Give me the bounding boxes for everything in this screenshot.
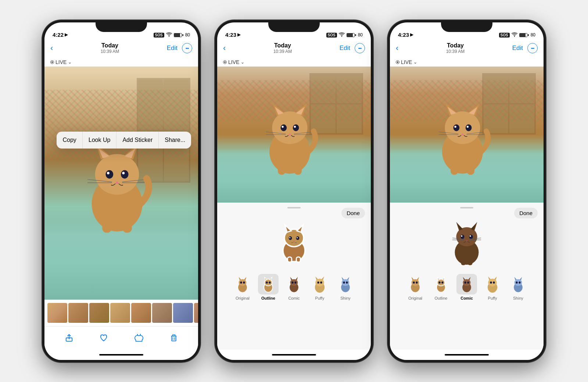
time-display-3: 4:23 ▶ [398, 32, 413, 38]
svg-point-22 [272, 111, 307, 144]
svg-point-86 [466, 124, 472, 131]
svg-marker-116 [417, 277, 419, 280]
sticker-option-puffy-3[interactable]: Puffy [482, 274, 503, 300]
svg-point-74 [341, 279, 349, 286]
done-button-3[interactable]: Done [514, 208, 538, 218]
back-button-1[interactable]: ‹ [50, 43, 53, 53]
svg-point-68 [315, 278, 324, 286]
edit-button-1[interactable]: Edit [167, 44, 178, 52]
wifi-icon-1 [166, 32, 172, 38]
svg-point-66 [294, 281, 296, 283]
sticker-options-2: Original [232, 271, 356, 302]
sticker-option-outline-3[interactable]: Outline [431, 274, 451, 300]
sticker-option-comic-2[interactable]: Comic [284, 274, 304, 300]
nav-bar-3: ‹ Today 10:39 AM Edit ••• [390, 40, 544, 56]
cat-image-2 [248, 94, 332, 175]
thumb-6[interactable] [152, 303, 172, 323]
thumb-8[interactable] [194, 303, 198, 323]
share-button-1[interactable] [65, 334, 73, 342]
sticker-preview-3 [447, 212, 487, 271]
svg-marker-75 [341, 277, 344, 280]
svg-point-102 [460, 235, 464, 239]
edit-button-3[interactable]: Edit [512, 44, 523, 52]
nav-title-3: Today 10:39 AM [446, 42, 465, 54]
trash-button-1[interactable] [170, 334, 178, 342]
nav-actions-1: Edit ••• [167, 43, 192, 53]
nav-bar-1: ‹ Today 10:39 AM Edit ••• [44, 40, 198, 56]
svg-point-27 [281, 124, 287, 131]
svg-rect-112 [468, 259, 473, 265]
context-share[interactable]: Share... [159, 132, 191, 149]
time-display-1: 4:22 ▶ [53, 32, 68, 38]
sticker-option-shiny-3[interactable]: Shiny [508, 274, 528, 300]
sticker-option-original-3[interactable]: Original [405, 274, 426, 300]
sticker-option-shiny-2[interactable]: Shiny [335, 274, 356, 300]
photo-area-2[interactable] [217, 67, 371, 203]
sticker-option-puffy-2[interactable]: Puffy [309, 274, 330, 300]
photo-area-1[interactable]: Copy Look Up Add Sticker Share... [44, 67, 198, 300]
room-bg-2 [217, 67, 371, 203]
context-lookup[interactable]: Look Up [83, 132, 117, 149]
svg-marker-115 [411, 277, 414, 280]
phone-body-3: 4:23 ▶ SOS [388, 20, 546, 362]
svg-point-44 [289, 237, 290, 238]
svg-point-50 [239, 279, 246, 286]
back-button-2[interactable]: ‹ [223, 43, 226, 53]
location-icon-2: ▶ [237, 32, 240, 37]
battery-label-3: 80 [531, 32, 535, 38]
thumb-5[interactable] [131, 303, 151, 323]
sticker-option-original-2[interactable]: Original [232, 274, 253, 300]
phone-body-1: 4:22 ▶ SOS [42, 20, 200, 362]
svg-rect-95 [467, 165, 474, 175]
thumb-4[interactable] [110, 303, 130, 323]
live-badge-3[interactable]: LIVE ⌄ [396, 59, 417, 65]
done-button-2[interactable]: Done [341, 208, 365, 218]
panel-handle-3 [460, 207, 473, 208]
svg-point-6 [105, 170, 113, 179]
svg-point-59 [266, 281, 268, 283]
live-badge-1[interactable]: LIVE ⌄ [50, 59, 72, 65]
cat-button-1[interactable] [134, 334, 144, 342]
phone-body-2: 4:23 ▶ SOS [215, 20, 373, 362]
sticker-option-outline-2[interactable]: Outline [258, 274, 279, 300]
svg-rect-37 [294, 165, 302, 175]
panel-handle-2 [287, 207, 301, 208]
status-icons-1: SOS 80 [154, 32, 190, 38]
screen-2: 4:23 ▶ SOS [217, 22, 371, 360]
context-copy[interactable]: Copy [57, 132, 82, 149]
svg-point-65 [291, 281, 293, 283]
thumb-1[interactable] [47, 303, 67, 323]
svg-marker-121 [437, 277, 440, 280]
more-button-3[interactable]: ••• [527, 43, 538, 53]
svg-marker-63 [290, 277, 293, 280]
thumb-3[interactable] [89, 303, 109, 323]
svg-marker-40 [285, 225, 291, 232]
svg-point-42 [289, 236, 292, 240]
more-button-2[interactable]: ••• [355, 43, 365, 53]
svg-rect-111 [461, 259, 466, 265]
svg-marker-139 [514, 277, 517, 280]
heart-button-1[interactable] [100, 334, 108, 342]
svg-point-71 [317, 281, 319, 283]
svg-point-28 [293, 124, 299, 131]
nav-actions-3: Edit ••• [512, 43, 538, 53]
svg-point-80 [445, 111, 480, 144]
context-add-sticker[interactable]: Add Sticker [116, 132, 159, 149]
sticker-option-comic-3[interactable]: Comic [456, 274, 477, 300]
photo-area-3[interactable] [390, 67, 544, 203]
more-button-1[interactable]: ••• [182, 43, 192, 53]
svg-point-114 [411, 279, 419, 286]
svg-marker-58 [270, 277, 272, 280]
sticker-panel-2: Done [217, 203, 371, 350]
back-button-3[interactable]: ‹ [396, 43, 398, 53]
live-badge-2[interactable]: LIVE ⌄ [223, 59, 244, 65]
svg-marker-57 [264, 277, 267, 280]
photo-bg-1 [44, 67, 198, 300]
thumb-7[interactable] [173, 303, 193, 323]
thumb-2[interactable] [68, 303, 88, 323]
sos-badge-3: SOS [499, 33, 510, 38]
home-indicator-2 [217, 350, 371, 360]
edit-button-2[interactable]: Edit [340, 44, 350, 52]
notch-2 [268, 20, 320, 32]
phone-3: 4:23 ▶ SOS [388, 20, 546, 362]
